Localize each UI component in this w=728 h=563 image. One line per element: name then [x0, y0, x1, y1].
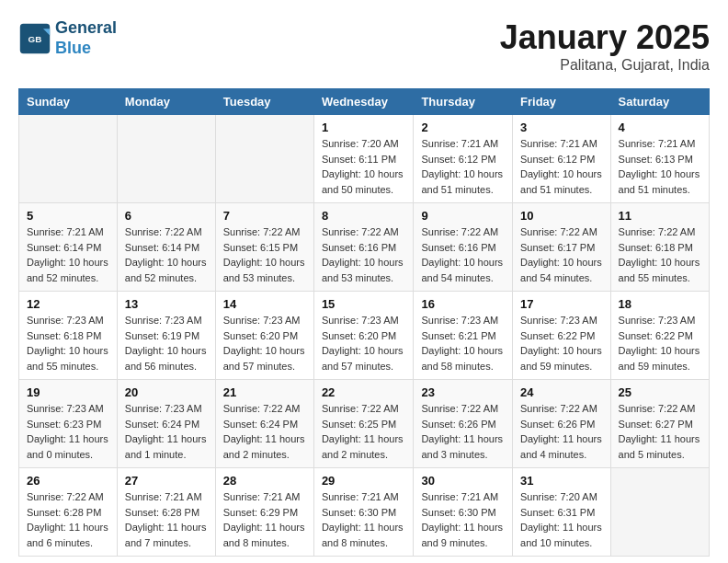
day-number: 9 — [421, 209, 505, 223]
day-number: 28 — [223, 474, 306, 488]
weekday-header-monday: Monday — [117, 89, 215, 115]
day-info: Sunrise: 7:21 AM Sunset: 6:12 PM Dayligh… — [520, 136, 603, 197]
day-cell: 5Sunrise: 7:21 AM Sunset: 6:14 PM Daylig… — [19, 203, 118, 292]
day-number: 20 — [125, 385, 208, 399]
day-info: Sunrise: 7:23 AM Sunset: 6:24 PM Dayligh… — [125, 401, 208, 462]
day-cell: 26Sunrise: 7:22 AM Sunset: 6:28 PM Dayli… — [19, 468, 118, 557]
day-cell — [19, 115, 118, 203]
day-cell: 21Sunrise: 7:22 AM Sunset: 6:24 PM Dayli… — [215, 380, 313, 468]
day-cell: 16Sunrise: 7:23 AM Sunset: 6:21 PM Dayli… — [414, 292, 513, 380]
day-info: Sunrise: 7:21 AM Sunset: 6:14 PM Dayligh… — [27, 224, 109, 285]
day-info: Sunrise: 7:21 AM Sunset: 6:28 PM Dayligh… — [125, 489, 208, 550]
day-cell: 22Sunrise: 7:22 AM Sunset: 6:25 PM Dayli… — [313, 380, 414, 468]
day-info: Sunrise: 7:20 AM Sunset: 6:31 PM Dayligh… — [520, 489, 603, 550]
page-header: GB General Blue January 2025 Palitana, G… — [18, 18, 710, 74]
day-info: Sunrise: 7:22 AM Sunset: 6:25 PM Dayligh… — [322, 401, 406, 462]
day-info: Sunrise: 7:23 AM Sunset: 6:21 PM Dayligh… — [421, 313, 505, 373]
day-number: 11 — [619, 209, 701, 223]
day-info: Sunrise: 7:23 AM Sunset: 6:20 PM Dayligh… — [322, 313, 406, 373]
day-number: 19 — [27, 385, 109, 399]
day-number: 2 — [421, 121, 505, 134]
day-cell: 12Sunrise: 7:23 AM Sunset: 6:18 PM Dayli… — [19, 292, 118, 380]
day-cell: 10Sunrise: 7:22 AM Sunset: 6:17 PM Dayli… — [513, 203, 611, 292]
day-number: 23 — [421, 385, 505, 399]
day-number: 17 — [520, 297, 603, 311]
day-number: 3 — [520, 121, 603, 134]
day-number: 14 — [223, 297, 306, 311]
day-info: Sunrise: 7:22 AM Sunset: 6:27 PM Dayligh… — [619, 401, 701, 462]
day-info: Sunrise: 7:21 AM Sunset: 6:29 PM Dayligh… — [223, 489, 306, 550]
day-number: 26 — [27, 474, 109, 488]
title-block: January 2025 Palitana, Gujarat, India — [500, 18, 710, 74]
day-number: 18 — [619, 297, 701, 311]
day-info: Sunrise: 7:22 AM Sunset: 6:14 PM Dayligh… — [125, 224, 208, 285]
day-info: Sunrise: 7:22 AM Sunset: 6:15 PM Dayligh… — [223, 224, 306, 285]
day-cell: 6Sunrise: 7:22 AM Sunset: 6:14 PM Daylig… — [117, 203, 215, 292]
logo-icon: GB — [18, 22, 51, 55]
day-number: 15 — [322, 297, 406, 311]
day-cell: 3Sunrise: 7:21 AM Sunset: 6:12 PM Daylig… — [513, 115, 611, 203]
weekday-header-friday: Friday — [513, 89, 611, 115]
day-info: Sunrise: 7:21 AM Sunset: 6:13 PM Dayligh… — [619, 136, 701, 197]
day-number: 5 — [27, 209, 109, 223]
week-row-4: 19Sunrise: 7:23 AM Sunset: 6:23 PM Dayli… — [19, 380, 710, 468]
day-number: 21 — [223, 385, 306, 399]
day-cell: 15Sunrise: 7:23 AM Sunset: 6:20 PM Dayli… — [313, 292, 414, 380]
day-info: Sunrise: 7:22 AM Sunset: 6:18 PM Dayligh… — [619, 224, 701, 285]
day-info: Sunrise: 7:22 AM Sunset: 6:24 PM Dayligh… — [223, 401, 306, 462]
day-cell: 29Sunrise: 7:21 AM Sunset: 6:30 PM Dayli… — [313, 468, 414, 557]
logo: GB General Blue — [18, 18, 117, 58]
day-info: Sunrise: 7:21 AM Sunset: 6:30 PM Dayligh… — [421, 489, 505, 550]
day-cell: 25Sunrise: 7:22 AM Sunset: 6:27 PM Dayli… — [610, 380, 709, 468]
day-info: Sunrise: 7:21 AM Sunset: 6:30 PM Dayligh… — [322, 489, 406, 550]
week-row-5: 26Sunrise: 7:22 AM Sunset: 6:28 PM Dayli… — [19, 468, 710, 557]
day-cell: 24Sunrise: 7:22 AM Sunset: 6:26 PM Dayli… — [513, 380, 611, 468]
day-info: Sunrise: 7:23 AM Sunset: 6:20 PM Dayligh… — [223, 313, 306, 373]
location-subtitle: Palitana, Gujarat, India — [500, 57, 710, 74]
day-cell: 13Sunrise: 7:23 AM Sunset: 6:19 PM Dayli… — [117, 292, 215, 380]
day-number: 10 — [520, 209, 603, 223]
day-info: Sunrise: 7:22 AM Sunset: 6:28 PM Dayligh… — [27, 489, 109, 550]
day-number: 6 — [125, 209, 208, 223]
month-title: January 2025 — [500, 18, 710, 57]
day-cell: 30Sunrise: 7:21 AM Sunset: 6:30 PM Dayli… — [414, 468, 513, 557]
day-cell: 27Sunrise: 7:21 AM Sunset: 6:28 PM Dayli… — [117, 468, 215, 557]
week-row-3: 12Sunrise: 7:23 AM Sunset: 6:18 PM Dayli… — [19, 292, 710, 380]
day-info: Sunrise: 7:22 AM Sunset: 6:16 PM Dayligh… — [322, 224, 406, 285]
day-number: 25 — [619, 385, 701, 399]
day-cell — [610, 468, 709, 557]
day-cell: 1Sunrise: 7:20 AM Sunset: 6:11 PM Daylig… — [313, 115, 414, 203]
day-cell — [117, 115, 215, 203]
day-cell: 9Sunrise: 7:22 AM Sunset: 6:16 PM Daylig… — [414, 203, 513, 292]
day-info: Sunrise: 7:20 AM Sunset: 6:11 PM Dayligh… — [322, 136, 406, 197]
day-info: Sunrise: 7:21 AM Sunset: 6:12 PM Dayligh… — [421, 136, 505, 197]
day-cell — [215, 115, 313, 203]
day-number: 24 — [520, 385, 603, 399]
day-number: 12 — [27, 297, 109, 311]
day-cell: 8Sunrise: 7:22 AM Sunset: 6:16 PM Daylig… — [313, 203, 414, 292]
day-number: 7 — [223, 209, 306, 223]
calendar-table: SundayMondayTuesdayWednesdayThursdayFrid… — [18, 88, 710, 557]
day-number: 31 — [520, 474, 603, 488]
day-info: Sunrise: 7:22 AM Sunset: 6:16 PM Dayligh… — [421, 224, 505, 285]
day-cell: 11Sunrise: 7:22 AM Sunset: 6:18 PM Dayli… — [610, 203, 709, 292]
weekday-header-tuesday: Tuesday — [215, 89, 313, 115]
day-number: 13 — [125, 297, 208, 311]
week-row-2: 5Sunrise: 7:21 AM Sunset: 6:14 PM Daylig… — [19, 203, 710, 292]
weekday-header-thursday: Thursday — [414, 89, 513, 115]
day-number: 4 — [619, 121, 701, 134]
day-info: Sunrise: 7:22 AM Sunset: 6:26 PM Dayligh… — [421, 401, 505, 462]
day-cell: 31Sunrise: 7:20 AM Sunset: 6:31 PM Dayli… — [513, 468, 611, 557]
weekday-header-row: SundayMondayTuesdayWednesdayThursdayFrid… — [19, 89, 710, 115]
day-info: Sunrise: 7:23 AM Sunset: 6:22 PM Dayligh… — [520, 313, 603, 373]
day-info: Sunrise: 7:22 AM Sunset: 6:17 PM Dayligh… — [520, 224, 603, 285]
weekday-header-wednesday: Wednesday — [313, 89, 414, 115]
day-cell: 23Sunrise: 7:22 AM Sunset: 6:26 PM Dayli… — [414, 380, 513, 468]
day-cell: 28Sunrise: 7:21 AM Sunset: 6:29 PM Dayli… — [215, 468, 313, 557]
svg-text:GB: GB — [28, 33, 42, 43]
day-info: Sunrise: 7:23 AM Sunset: 6:22 PM Dayligh… — [619, 313, 701, 373]
day-number: 27 — [125, 474, 208, 488]
day-number: 1 — [322, 121, 406, 134]
day-number: 30 — [421, 474, 505, 488]
day-number: 16 — [421, 297, 505, 311]
